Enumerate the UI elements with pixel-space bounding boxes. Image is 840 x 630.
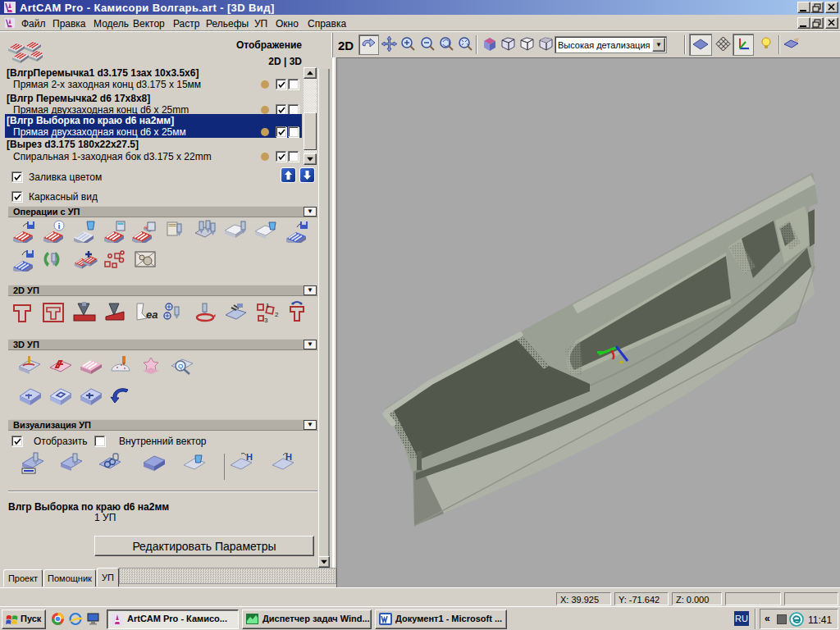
svg-text:Q: Q <box>178 363 183 370</box>
svg-text:H: H <box>285 452 292 462</box>
svg-text:1: 1 <box>266 302 270 309</box>
svg-text:ea: ea <box>146 308 158 321</box>
svg-text:i: i <box>58 222 61 231</box>
svg-text:3: 3 <box>264 317 268 323</box>
svg-text:H: H <box>246 452 253 462</box>
svg-text:2: 2 <box>275 311 279 318</box>
